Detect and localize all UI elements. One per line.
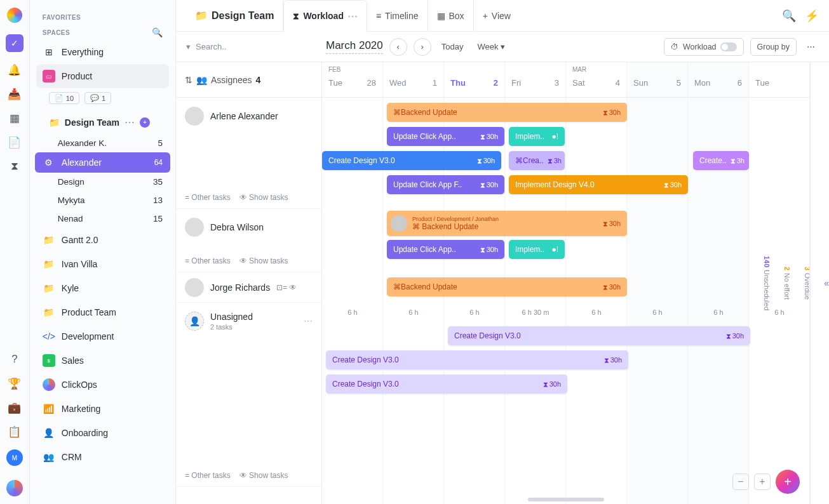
- task-bar[interactable]: Implem..●!: [509, 240, 565, 259]
- task-bar[interactable]: Update Click App..⧗30h: [387, 127, 504, 146]
- help-icon[interactable]: ?: [8, 353, 21, 366]
- task-bar-expanded[interactable]: Product / Development / Jonathan ⌘ Backe…: [387, 211, 627, 236]
- space-clickops[interactable]: ClickOps: [30, 373, 175, 397]
- subtask-icon: ⌘: [393, 108, 401, 117]
- create-button[interactable]: +: [776, 470, 800, 494]
- today-button[interactable]: Today: [438, 39, 468, 54]
- space-onboarding[interactable]: 👤Onboarding: [30, 421, 175, 445]
- zoom-out-button[interactable]: −: [732, 474, 749, 490]
- search-spaces-icon[interactable]: 🔍: [152, 27, 163, 37]
- clipboard-icon[interactable]: 📋: [8, 425, 21, 438]
- task-bar[interactable]: ⌘ Crea..⧗3h: [509, 151, 565, 170]
- week-selector[interactable]: Week ▾: [473, 39, 509, 54]
- task-bar[interactable]: Create Design V3.0⧗30h: [322, 151, 501, 170]
- tab-timeline[interactable]: ≡Timeline: [367, 0, 428, 32]
- assignee-header[interactable]: ⇅ 👥 Assignees 4: [176, 62, 321, 98]
- people-icon: 👥: [196, 75, 207, 85]
- check-icon[interactable]: ✓: [6, 34, 24, 52]
- prev-button[interactable]: ‹: [389, 38, 407, 56]
- more-icon[interactable]: ⋯: [347, 10, 358, 22]
- other-tasks[interactable]: = Other tasks: [185, 256, 231, 265]
- folder-gantt[interactable]: 📁Gantt 2.0: [30, 228, 175, 252]
- doc-icon[interactable]: 📄: [8, 136, 21, 149]
- unassigned-icon: 👤: [185, 312, 204, 331]
- bolt-icon[interactable]: ⚡: [805, 9, 819, 23]
- collapse-icon[interactable]: ⊡= 👁: [276, 283, 297, 292]
- list-mykyta[interactable]: Mykyta13: [30, 191, 175, 209]
- app-avatar[interactable]: [6, 480, 23, 496]
- docs-badge[interactable]: 📄 10: [49, 92, 79, 104]
- show-tasks[interactable]: 👁 Show tasks: [239, 471, 288, 480]
- period-label[interactable]: March 2020: [326, 39, 383, 54]
- assignee-column: ⇅ 👥 Assignees 4 Arlene Alexander = Other…: [176, 62, 322, 504]
- list-nenad[interactable]: Nenad15: [30, 209, 175, 228]
- avatar: [185, 107, 204, 126]
- sidebar: FAVORITES SPACES 🔍 ⊞ Everything ▭ Produc…: [30, 0, 176, 504]
- more-icon[interactable]: ⋯: [304, 316, 313, 326]
- sidebar-design-team[interactable]: 📁 Design Team ⋯ +: [30, 110, 175, 134]
- folder-product-team[interactable]: 📁Product Team: [30, 300, 175, 324]
- bell-icon[interactable]: 🔔: [8, 63, 21, 76]
- hours-row: 6 h6 h6 h6 h 30 m6 h6 h6 h6 h: [322, 308, 810, 321]
- trophy-icon[interactable]: 🏆: [8, 377, 21, 390]
- user-avatar[interactable]: M: [6, 449, 23, 466]
- search-icon[interactable]: 🔍: [782, 9, 796, 23]
- show-tasks[interactable]: 👁 Show tasks: [239, 193, 288, 202]
- tab-box[interactable]: ▦Box: [428, 0, 474, 32]
- add-icon[interactable]: +: [140, 117, 150, 128]
- alert-icon: ●!: [551, 132, 558, 141]
- sidebar-product[interactable]: ▭ Product: [36, 64, 169, 88]
- assignee-row: Jorge Richards⊡= 👁: [176, 272, 321, 303]
- chats-badge[interactable]: 💬 1: [84, 92, 111, 104]
- product-icon: ▭: [43, 70, 55, 83]
- folder-ivan[interactable]: 📁Ivan Villa: [30, 252, 175, 276]
- timeline: FEBTue28Wed1Thu2Fri3MARSat4Sun5Mon6Tue ⌘…: [322, 62, 810, 504]
- fab-group: − + +: [732, 470, 800, 494]
- folder-kyle[interactable]: 📁Kyle: [30, 276, 175, 300]
- logo-icon[interactable]: [7, 8, 22, 23]
- list-design[interactable]: Design35: [30, 173, 175, 191]
- grid-icon[interactable]: ▦: [8, 112, 21, 124]
- briefcase-icon[interactable]: 💼: [8, 401, 21, 414]
- other-tasks[interactable]: = Other tasks: [185, 471, 231, 480]
- task-bar[interactable]: Create Design V3.0⧗30h: [326, 375, 567, 394]
- search-input[interactable]: ▾Search..: [186, 42, 300, 51]
- task-bar[interactable]: Create..⧗3h: [693, 151, 749, 170]
- task-bar[interactable]: Update Click App..⧗30h: [387, 240, 504, 259]
- tabs-bar: 📁Design Team ⧗Workload⋯ ≡Timeline ▦Box +…: [176, 0, 829, 32]
- zoom-in-button[interactable]: +: [754, 474, 771, 490]
- right-rail: « 3Overdue 2No effort 140Unscheduled: [810, 62, 829, 504]
- page-title[interactable]: 📁Design Team: [186, 0, 283, 32]
- show-tasks[interactable]: 👁 Show tasks: [239, 256, 288, 265]
- everything-icon: ⊞: [43, 46, 55, 58]
- next-button[interactable]: ›: [414, 38, 431, 56]
- groupby-button[interactable]: Group by: [750, 38, 797, 56]
- task-bar[interactable]: Implem..●!: [509, 127, 565, 146]
- inbox-icon[interactable]: 📥: [8, 88, 21, 100]
- space-crm[interactable]: 👥CRM: [30, 445, 175, 469]
- other-tasks[interactable]: = Other tasks: [185, 193, 231, 202]
- sort-icon: ⇅: [185, 75, 192, 85]
- list-alexander-k[interactable]: Alexander K.5: [30, 134, 175, 152]
- task-bar[interactable]: Create Design V3.0⧗30h: [326, 350, 628, 369]
- avatar: [391, 215, 407, 232]
- task-bar[interactable]: Implement Design V4.0⧗30h: [509, 175, 688, 194]
- collapse-icon[interactable]: «: [824, 278, 829, 288]
- sidebar-everything[interactable]: ⊞ Everything: [30, 40, 175, 64]
- main: 📁Design Team ⧗Workload⋯ ≡Timeline ▦Box +…: [176, 0, 829, 504]
- hourglass-icon[interactable]: ⧗: [8, 160, 21, 173]
- task-bar[interactable]: Create Design V3.0⧗30h: [448, 326, 750, 345]
- scrollbar[interactable]: [528, 498, 604, 501]
- tab-add-view[interactable]: +View: [474, 0, 520, 32]
- space-marketing[interactable]: 📶Marketing: [30, 397, 175, 421]
- more-icon[interactable]: ⋯: [125, 116, 135, 128]
- space-sales[interactable]: $Sales: [30, 348, 175, 373]
- list-alexander[interactable]: ⚙ Alexander 64: [35, 152, 170, 173]
- tab-workload[interactable]: ⧗Workload⋯: [283, 0, 367, 32]
- space-development[interactable]: </>Development: [30, 324, 175, 348]
- task-bar[interactable]: Update Click App F..⧗30h: [387, 175, 504, 194]
- task-bar[interactable]: ⌘ Backend Update⧗30h: [387, 277, 627, 296]
- more-icon[interactable]: ⋯: [803, 39, 819, 54]
- task-bar[interactable]: ⌘ Backend Update⧗30h: [387, 103, 627, 122]
- workload-toggle[interactable]: ⏱ Workload: [664, 38, 744, 56]
